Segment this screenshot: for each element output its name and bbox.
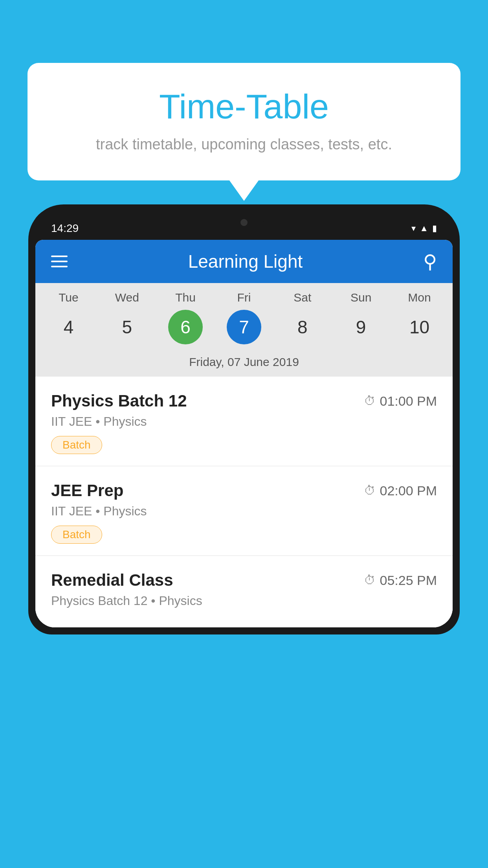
schedule-item[interactable]: Physics Batch 12⏱ 01:00 PMIIT JEE • Phys… (35, 377, 453, 466)
schedule-item-time: ⏱ 05:25 PM (364, 573, 437, 588)
schedule-list: Physics Batch 12⏱ 01:00 PMIIT JEE • Phys… (35, 377, 453, 627)
calendar-day-col[interactable]: Fri7 (218, 291, 270, 344)
battery-icon: ▮ (432, 223, 437, 234)
phone-top-bar: 14:29 ▾ ▲ ▮ (35, 211, 453, 240)
schedule-item[interactable]: Remedial Class⏱ 05:25 PMPhysics Batch 12… (35, 556, 453, 627)
batch-badge: Batch (51, 436, 102, 454)
bubble-subtitle: track timetable, upcoming classes, tests… (59, 136, 429, 153)
day-name: Sat (294, 291, 311, 304)
calendar-strip: Tue4Wed5Thu6Fri7Sat8Sun9Mon10 Friday, 07… (35, 283, 453, 377)
day-name: Fri (237, 291, 251, 304)
phone-wrapper: 14:29 ▾ ▲ ▮ Learning Light ⚲ (28, 204, 460, 868)
app-bar-title: Learning Light (188, 251, 303, 272)
calendar-day-col[interactable]: Thu6 (160, 291, 211, 344)
day-number: 8 (285, 310, 320, 344)
schedule-item-name: Physics Batch 12 (51, 392, 187, 410)
day-number: 10 (402, 310, 437, 344)
status-icons: ▾ ▲ ▮ (411, 223, 437, 234)
search-icon[interactable]: ⚲ (423, 250, 437, 272)
hamburger-icon[interactable] (51, 256, 68, 267)
camera-dot (240, 219, 248, 226)
schedule-item-time: ⏱ 02:00 PM (364, 483, 437, 498)
schedule-item-sub: IIT JEE • Physics (51, 414, 437, 429)
days-row: Tue4Wed5Thu6Fri7Sat8Sun9Mon10 (35, 291, 453, 344)
schedule-item-header: Remedial Class⏱ 05:25 PM (51, 571, 437, 590)
schedule-item-sub: Physics Batch 12 • Physics (51, 594, 437, 608)
clock-icon: ⏱ (364, 484, 376, 497)
clock-icon: ⏱ (364, 574, 376, 587)
day-name: Mon (408, 291, 431, 304)
calendar-day-col[interactable]: Sat8 (277, 291, 328, 344)
schedule-item-name: JEE Prep (51, 481, 123, 500)
schedule-item-time: ⏱ 01:00 PM (364, 394, 437, 409)
phone-frame: 14:29 ▾ ▲ ▮ Learning Light ⚲ (28, 204, 460, 634)
app-bar: Learning Light ⚲ (35, 240, 453, 283)
app-screen: Learning Light ⚲ Tue4Wed5Thu6Fri7Sat8Sun… (35, 240, 453, 627)
calendar-day-col[interactable]: Wed5 (101, 291, 152, 344)
phone-time: 14:29 (51, 222, 79, 235)
signal-icon: ▲ (420, 223, 428, 234)
schedule-item-sub: IIT JEE • Physics (51, 504, 437, 519)
bubble-title: Time-Table (59, 86, 429, 127)
schedule-item-header: JEE Prep⏱ 02:00 PM (51, 481, 437, 500)
clock-icon: ⏱ (364, 394, 376, 408)
schedule-item-header: Physics Batch 12⏱ 01:00 PM (51, 392, 437, 410)
day-name: Thu (175, 291, 196, 304)
calendar-day-col[interactable]: Mon10 (394, 291, 445, 344)
day-name: Wed (115, 291, 139, 304)
day-name: Tue (59, 291, 79, 304)
phone-notch (224, 211, 264, 230)
batch-badge: Batch (51, 526, 102, 544)
day-number: 9 (344, 310, 378, 344)
day-number: 4 (51, 310, 86, 344)
speech-bubble-container: Time-Table track timetable, upcoming cla… (28, 63, 460, 180)
schedule-item[interactable]: JEE Prep⏱ 02:00 PMIIT JEE • PhysicsBatch (35, 466, 453, 556)
calendar-day-col[interactable]: Sun9 (336, 291, 387, 344)
day-number: 5 (110, 310, 144, 344)
speech-bubble: Time-Table track timetable, upcoming cla… (28, 63, 460, 180)
day-number: 7 (227, 310, 261, 344)
day-name: Sun (350, 291, 371, 304)
wifi-icon: ▾ (411, 223, 416, 234)
schedule-item-name: Remedial Class (51, 571, 173, 590)
calendar-day-col[interactable]: Tue4 (43, 291, 94, 344)
selected-date-label: Friday, 07 June 2019 (35, 348, 453, 377)
day-number: 6 (168, 310, 203, 344)
